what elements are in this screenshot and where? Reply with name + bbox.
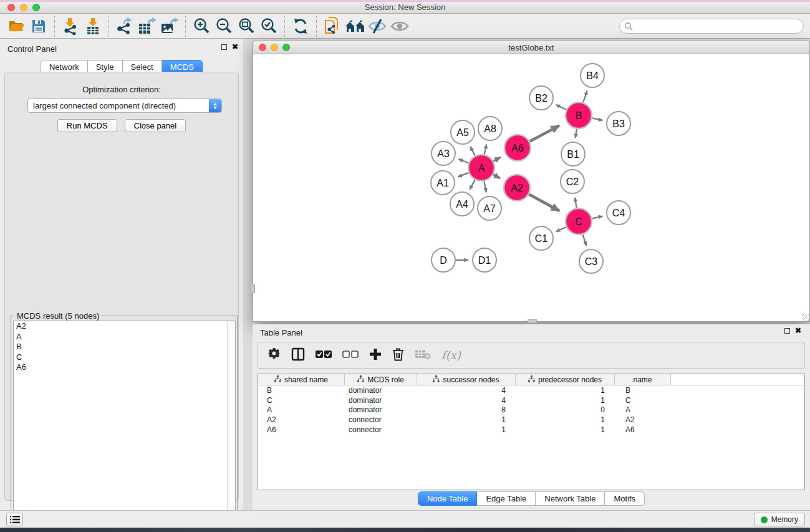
graph-node-B4[interactable]: B4: [581, 64, 604, 87]
result-list-scrollbar[interactable]: [227, 321, 235, 527]
graph-node-A8[interactable]: A8: [478, 117, 502, 140]
graph-node-A[interactable]: A: [468, 155, 494, 181]
table-row[interactable]: A2connector11A2: [258, 415, 804, 425]
tab-motifs[interactable]: Motifs: [605, 491, 645, 506]
graph-node-C4[interactable]: C4: [607, 201, 630, 225]
graph-node-B[interactable]: B: [566, 102, 592, 128]
graph-edge-A-A8[interactable]: [485, 145, 487, 155]
refresh-icon[interactable]: [289, 16, 312, 37]
graph-edge-B-B4[interactable]: [583, 91, 587, 102]
graph-edge-C-C4[interactable]: [592, 216, 602, 219]
graph-edge-A-A7[interactable]: [484, 181, 486, 193]
table-cell[interactable]: 1: [417, 415, 516, 425]
table-cell[interactable]: A6: [258, 425, 345, 435]
graph-node-A4[interactable]: A4: [450, 192, 474, 216]
close-panel-button[interactable]: Close panel: [125, 119, 186, 132]
select-all-columns-icon[interactable]: [316, 350, 332, 360]
table-cell[interactable]: dominator: [345, 395, 417, 405]
table-cell[interactable]: 4: [417, 395, 516, 405]
search-field[interactable]: [619, 19, 804, 34]
delete-column-icon[interactable]: [392, 347, 404, 363]
import-table-icon[interactable]: [82, 16, 104, 37]
table-row[interactable]: Adominator80A: [258, 405, 804, 415]
table-cell[interactable]: B: [258, 385, 345, 395]
column-header-name[interactable]: name: [615, 374, 671, 385]
zoom-fit-icon[interactable]: [235, 16, 258, 37]
save-session-icon[interactable]: [27, 16, 50, 37]
table-cell[interactable]: A: [615, 405, 671, 415]
criterion-dropdown[interactable]: largest connected component (directed): [27, 99, 222, 113]
graph-node-B1[interactable]: B1: [561, 142, 585, 166]
graph-edge-A6-B[interactable]: [529, 126, 559, 142]
mcds-result-item[interactable]: A: [14, 332, 235, 342]
graph-edge-A-A1[interactable]: [458, 173, 468, 177]
graph-node-B2[interactable]: B2: [529, 86, 553, 110]
close-panel-icon[interactable]: ✖: [232, 44, 238, 50]
table-body[interactable]: Bdominator41BCdominator41CAdominator80AA…: [258, 385, 804, 434]
table-cell[interactable]: C: [258, 395, 345, 405]
graph-node-A1[interactable]: A1: [431, 171, 455, 195]
mcds-result-item[interactable]: C: [14, 352, 235, 363]
export-network-icon[interactable]: [113, 16, 136, 37]
table-row[interactable]: Bdominator41B: [258, 385, 804, 395]
table-row[interactable]: Cdominator41C: [258, 395, 804, 405]
table-cell[interactable]: dominator: [345, 385, 417, 395]
graph-edge-B-B1[interactable]: [576, 129, 577, 138]
graph-node-B3[interactable]: B3: [607, 112, 630, 135]
canvas-vertical-scroll-thumb[interactable]: [251, 284, 255, 293]
export-table-icon[interactable]: [136, 16, 158, 37]
graph-edge-C-C1[interactable]: [556, 227, 566, 231]
network-window-titlebar[interactable]: testGlobe.txt: [253, 40, 810, 54]
table-cell[interactable]: 1: [516, 425, 615, 435]
table-cell[interactable]: 0: [516, 405, 615, 415]
graph-edge-A-A3[interactable]: [458, 159, 468, 163]
float-table-panel-icon[interactable]: [784, 328, 790, 334]
unselect-all-columns-icon[interactable]: [342, 350, 359, 360]
graph-node-A2[interactable]: A2: [504, 175, 530, 201]
export-image-icon[interactable]: [158, 16, 181, 37]
graph-edge-A-A6[interactable]: [493, 157, 500, 161]
task-history-button[interactable]: [6, 513, 23, 526]
table-cell[interactable]: A: [258, 405, 345, 415]
graph-node-A7[interactable]: A7: [478, 196, 501, 220]
graph-edge-A2-C[interactable]: [529, 195, 559, 211]
zoom-out-icon[interactable]: [213, 16, 235, 37]
mcds-result-item[interactable]: A2: [14, 321, 235, 332]
graph-node-D1[interactable]: D1: [473, 248, 496, 272]
new-network-from-selection-icon[interactable]: [321, 16, 344, 37]
tab-edge-table[interactable]: Edge Table: [477, 491, 536, 506]
open-session-icon[interactable]: [5, 16, 27, 37]
zoom-in-icon[interactable]: [190, 16, 213, 37]
graph-edge-C-C2[interactable]: [575, 198, 577, 208]
search-input[interactable]: [633, 20, 803, 32]
table-cell[interactable]: 1: [417, 425, 516, 435]
tab-node-table[interactable]: Node Table: [418, 491, 478, 506]
table-cell[interactable]: connector: [345, 425, 417, 435]
mcds-result-item[interactable]: A6: [14, 362, 235, 373]
graph-node-A5[interactable]: A5: [451, 120, 475, 144]
table-cell[interactable]: A6: [615, 425, 671, 435]
window-resize-grip[interactable]: [802, 314, 809, 321]
table-cell[interactable]: 1: [516, 395, 615, 405]
graph-edge-A-A4[interactable]: [470, 180, 475, 190]
table-cell[interactable]: 8: [417, 405, 516, 415]
graph-edge-A-A5[interactable]: [470, 147, 475, 155]
memory-button[interactable]: Memory: [754, 513, 805, 526]
table-cell[interactable]: 1: [516, 415, 615, 425]
graph-node-C1[interactable]: C1: [529, 226, 553, 250]
column-header-successor-nodes[interactable]: successor nodes: [417, 374, 516, 385]
graph-edge-C-C3[interactable]: [583, 235, 587, 246]
show-all-icon[interactable]: [388, 16, 411, 37]
graph-edge-A-A2[interactable]: [493, 175, 500, 178]
table-cell[interactable]: dominator: [345, 405, 417, 415]
table-row[interactable]: A6connector11A6: [258, 425, 804, 435]
run-mcds-button[interactable]: Run MCDS: [57, 119, 117, 132]
table-cell[interactable]: C: [615, 395, 671, 405]
table-cell[interactable]: connector: [345, 415, 417, 425]
mcds-result-list[interactable]: A2ABCA6: [13, 321, 236, 528]
network-graph[interactable]: B4B2BB3A5A8A6A3B1AC2A1A2A4A7C4CC1C3DD1: [253, 54, 809, 321]
table-settings-gear-icon[interactable]: [268, 348, 281, 362]
column-header-MCDS-role[interactable]: MCDS role: [345, 374, 417, 385]
add-column-icon[interactable]: [369, 348, 382, 362]
graph-node-C2[interactable]: C2: [561, 170, 584, 193]
